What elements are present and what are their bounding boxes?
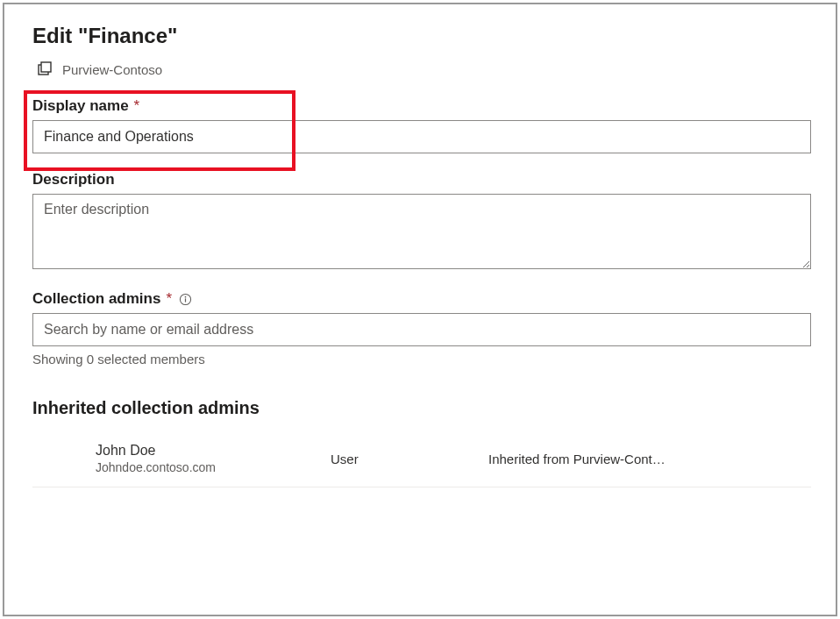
admin-name: John Doe bbox=[96, 443, 331, 459]
description-label: Description bbox=[32, 171, 811, 189]
collection-admins-label: Collection admins * bbox=[32, 290, 811, 308]
display-name-label: Display name * bbox=[32, 97, 811, 115]
display-name-label-text: Display name bbox=[32, 97, 129, 115]
inherited-admin-row: John Doe Johndoe.contoso.com User Inheri… bbox=[32, 434, 811, 487]
display-name-field-group: Display name * bbox=[32, 97, 811, 153]
admin-email: Johndoe.contoso.com bbox=[96, 460, 331, 474]
svg-rect-1 bbox=[41, 62, 51, 72]
breadcrumb-parent: Purview-Contoso bbox=[62, 62, 162, 77]
collection-admins-label-text: Collection admins bbox=[32, 290, 160, 308]
svg-point-3 bbox=[185, 295, 187, 297]
description-label-text: Description bbox=[32, 171, 115, 189]
description-field-group: Description bbox=[32, 171, 811, 273]
edit-collection-panel: Edit "Finance" Purview-Contoso Display n… bbox=[3, 3, 837, 616]
description-input[interactable] bbox=[32, 194, 811, 269]
inherited-admins-heading: Inherited collection admins bbox=[32, 398, 811, 418]
selected-members-helper: Showing 0 selected members bbox=[32, 352, 811, 366]
info-icon[interactable] bbox=[179, 293, 192, 306]
required-asterisk: * bbox=[166, 290, 172, 308]
display-name-input[interactable] bbox=[32, 120, 811, 153]
admin-type: User bbox=[331, 452, 488, 466]
required-asterisk: * bbox=[134, 97, 140, 115]
admin-identity: John Doe Johndoe.contoso.com bbox=[32, 443, 331, 474]
svg-rect-4 bbox=[185, 298, 186, 302]
collection-admins-field-group: Collection admins * Showing 0 selected m… bbox=[32, 290, 811, 366]
collection-icon bbox=[36, 60, 53, 78]
admin-inherited-from: Inherited from Purview-Cont… bbox=[488, 452, 666, 466]
collection-admins-search-input[interactable] bbox=[32, 313, 811, 346]
breadcrumb: Purview-Contoso bbox=[36, 60, 811, 78]
page-title: Edit "Finance" bbox=[32, 24, 811, 48]
